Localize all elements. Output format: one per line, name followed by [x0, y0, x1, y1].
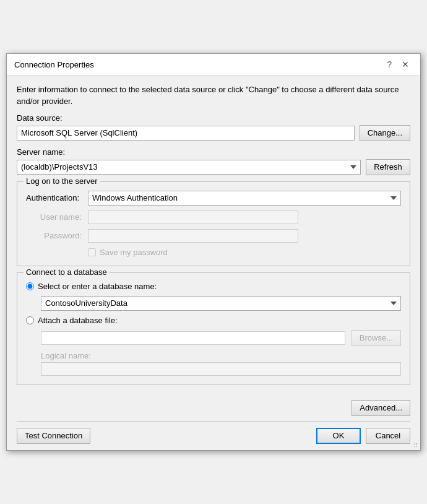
data-source-label: Data source:	[17, 113, 410, 123]
browse-button[interactable]: Browse...	[352, 330, 401, 346]
ok-button[interactable]: OK	[316, 428, 361, 444]
save-password-row: Save my password	[26, 248, 401, 257]
logical-name-row: Logical name:	[26, 351, 401, 376]
dialog-body: Enter information to connect to the sele…	[7, 76, 420, 393]
select-db-radio-row: Select or enter a database name:	[26, 282, 401, 291]
close-button[interactable]: ✕	[398, 59, 413, 70]
logical-name-input[interactable]	[41, 362, 401, 376]
dialog-footer: Advanced... Test Connection OK Cancel	[7, 394, 420, 450]
attach-file-input[interactable]	[41, 331, 345, 345]
attach-db-radio-row: Attach a database file:	[26, 316, 401, 325]
select-db-label: Select or enter a database name:	[38, 282, 157, 291]
log-on-section: Log on to the server Authentication: Win…	[17, 181, 410, 266]
test-connection-button[interactable]: Test Connection	[17, 428, 90, 444]
select-db-radio[interactable]	[26, 282, 34, 290]
title-bar-controls: ? ✕	[383, 59, 413, 70]
title-bar: Connection Properties ? ✕	[7, 54, 420, 76]
dialog-title: Connection Properties	[14, 60, 94, 69]
save-password-label: Save my password	[100, 248, 168, 257]
server-name-select[interactable]: (localdb)\ProjectsV13	[17, 160, 361, 175]
cancel-button[interactable]: Cancel	[366, 428, 410, 444]
description-text: Enter information to connect to the sele…	[17, 84, 410, 106]
help-button[interactable]: ?	[383, 59, 395, 70]
connection-properties-dialog: Connection Properties ? ✕ Enter informat…	[6, 53, 421, 450]
logical-name-label: Logical name:	[41, 351, 401, 360]
connect-db-content: Select or enter a database name: Contoso…	[26, 282, 401, 376]
connect-db-section: Connect to a database Select or enter a …	[17, 272, 410, 385]
log-on-content: Authentication: Windows Authentication U…	[26, 191, 401, 257]
db-name-select[interactable]: ContosoUniversityData	[41, 296, 401, 311]
auth-row: Authentication: Windows Authentication	[26, 191, 401, 206]
attach-db-radio[interactable]	[26, 316, 34, 324]
auth-select[interactable]: Windows Authentication	[88, 191, 401, 206]
data-source-group: Data source: Change...	[17, 113, 410, 141]
attach-file-row: Browse...	[26, 330, 401, 346]
refresh-button[interactable]: Refresh	[366, 159, 410, 175]
attach-db-label: Attach a database file:	[38, 316, 118, 325]
connect-db-title: Connect to a database	[24, 267, 110, 277]
user-name-label: User name:	[32, 212, 82, 222]
user-name-row: User name:	[26, 211, 401, 224]
password-input[interactable]	[88, 229, 298, 243]
data-source-row: Change...	[17, 125, 410, 141]
change-button[interactable]: Change...	[360, 125, 410, 141]
password-label: Password:	[32, 231, 82, 240]
auth-label: Authentication:	[26, 193, 82, 202]
footer-right-buttons: OK Cancel	[316, 428, 410, 444]
server-name-row: (localdb)\ProjectsV13 Refresh	[17, 159, 410, 175]
data-source-input[interactable]	[17, 126, 355, 141]
server-name-label: Server name:	[17, 147, 410, 157]
footer-advanced-row: Advanced...	[17, 400, 410, 416]
footer-bottom-row: Test Connection OK Cancel	[17, 421, 410, 444]
advanced-button[interactable]: Advanced...	[352, 400, 410, 416]
log-on-title: Log on to the server	[24, 176, 100, 186]
save-password-checkbox[interactable]	[88, 248, 96, 256]
user-name-input[interactable]	[88, 211, 298, 224]
resize-grip: ⠿	[413, 442, 418, 449]
db-name-row: ContosoUniversityData	[26, 296, 401, 311]
server-name-group: Server name: (localdb)\ProjectsV13 Refre…	[17, 147, 410, 175]
password-row: Password:	[26, 229, 401, 243]
